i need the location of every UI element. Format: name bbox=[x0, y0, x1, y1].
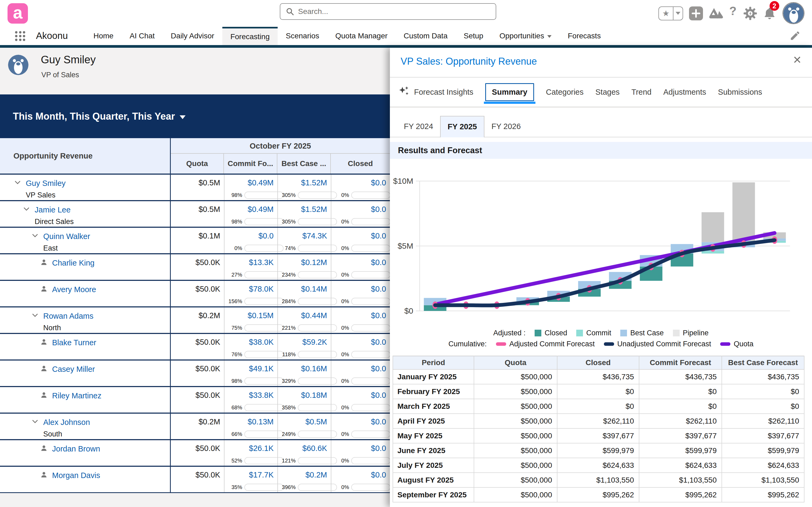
commit-forecast-cell-value[interactable]: $0.0 bbox=[224, 228, 277, 240]
help-icon[interactable]: ? bbox=[729, 4, 737, 18]
chevron-down-icon[interactable] bbox=[14, 179, 23, 200]
nav-tab-scenarios[interactable]: Scenarios bbox=[277, 27, 327, 45]
closed-cell-value[interactable]: $0.0 bbox=[332, 440, 390, 453]
closed-cell-value[interactable]: $0.0 bbox=[332, 307, 390, 320]
best-case-cell-value[interactable]: $0.18M bbox=[278, 387, 331, 400]
trailhead-icon[interactable] bbox=[708, 6, 724, 21]
member-name-link[interactable]: Jamie Lee bbox=[35, 206, 74, 214]
nav-tab-home[interactable]: Home bbox=[85, 27, 122, 45]
add-button[interactable] bbox=[689, 6, 703, 20]
best-case-cell-value[interactable]: $59.2K bbox=[278, 334, 331, 347]
best-case-cell-value[interactable]: $60.6K bbox=[278, 440, 331, 453]
nav-tab-daily-advisor[interactable]: Daily Advisor bbox=[163, 27, 222, 45]
column-header-commit-fo-[interactable]: Commit Fo... bbox=[223, 154, 277, 174]
attainment-percent-label: 358% bbox=[280, 404, 296, 411]
commit-forecast-cell-value[interactable]: $78.0K bbox=[224, 281, 277, 293]
member-name-link[interactable]: Casey Miller bbox=[52, 365, 95, 374]
best-case-cell-value[interactable]: $0.12M bbox=[278, 254, 331, 267]
closed-cell-value[interactable]: $0.0 bbox=[332, 228, 390, 240]
best-case-cell-value[interactable]: $0.14M bbox=[278, 281, 331, 293]
search-input[interactable]: Search... bbox=[280, 3, 496, 20]
nav-tab-forecasts[interactable]: Forecasts bbox=[560, 27, 609, 45]
closed-cell: $0.00% bbox=[331, 467, 390, 492]
edit-nav-pencil-icon[interactable] bbox=[790, 30, 801, 42]
nav-tab-custom-data[interactable]: Custom Data bbox=[396, 27, 455, 45]
close-icon[interactable]: × bbox=[793, 52, 801, 68]
setup-gear-icon[interactable] bbox=[743, 6, 757, 21]
favorites-button[interactable]: ★ bbox=[658, 6, 683, 20]
commit-forecast-cell-value[interactable]: $0.13M bbox=[224, 414, 277, 426]
year-tab-fy-2024[interactable]: FY 2024 bbox=[397, 116, 440, 137]
column-header-closed[interactable]: Closed bbox=[330, 154, 390, 174]
member-name-link[interactable]: Riley Martinez bbox=[52, 391, 101, 400]
closed-cell-value[interactable]: $0.0 bbox=[332, 201, 390, 214]
period-selector[interactable]: This Month, This Quarter, This Year bbox=[0, 95, 390, 138]
chart-legend: Adjusted :ClosedCommitBest CasePipeline … bbox=[390, 329, 812, 353]
commit-forecast-cell-value[interactable]: $26.1K bbox=[224, 440, 277, 453]
legend-item-best-case: Best Case bbox=[620, 329, 664, 337]
best-case-cell-value[interactable]: $0.44M bbox=[278, 307, 331, 320]
panel-tab-submissions[interactable]: Submissions bbox=[718, 88, 762, 97]
member-name-link[interactable]: Rowan Adams bbox=[43, 312, 93, 321]
panel-tab-categories[interactable]: Categories bbox=[546, 88, 583, 97]
best-case-cell-value[interactable]: $74.3K bbox=[278, 228, 331, 240]
panel-tab-label: Forecast Insights bbox=[414, 88, 473, 97]
chevron-down-icon[interactable] bbox=[32, 312, 41, 333]
chevron-down-icon[interactable] bbox=[32, 232, 41, 253]
member-name-link[interactable]: Blake Turner bbox=[52, 338, 96, 347]
user-avatar[interactable] bbox=[782, 2, 805, 24]
best-case-cell-value[interactable]: $0.5M bbox=[278, 414, 331, 426]
nav-tab-setup[interactable]: Setup bbox=[456, 27, 491, 45]
member-name-link[interactable]: Morgan Davis bbox=[52, 471, 100, 480]
closed-cell-value[interactable]: $0.0 bbox=[332, 334, 390, 347]
commit-forecast-cell-value[interactable]: $0.49M bbox=[224, 175, 277, 187]
closed-cell-value[interactable]: $0.0 bbox=[332, 387, 390, 400]
nav-tab-forecasting[interactable]: Forecasting bbox=[222, 27, 277, 45]
member-name-link[interactable]: Quinn Walker bbox=[43, 232, 90, 241]
commit-forecast-cell-value[interactable]: $38.0K bbox=[224, 334, 277, 347]
nav-tab-ai-chat[interactable]: AI Chat bbox=[122, 27, 163, 45]
best-case-cell: $0.44M221% bbox=[277, 307, 331, 333]
column-header-quota[interactable]: Quota bbox=[171, 154, 223, 174]
chevron-down-icon[interactable] bbox=[23, 206, 33, 227]
best-case-cell-value[interactable]: $0.16M bbox=[278, 360, 331, 373]
panel-tab-trend[interactable]: Trend bbox=[631, 88, 652, 97]
panel-tab-adjustments[interactable]: Adjustments bbox=[663, 88, 706, 97]
closed-cell-value[interactable]: $0.0 bbox=[332, 360, 390, 373]
closed-cell-value[interactable]: $0.0 bbox=[332, 254, 390, 267]
member-name-link[interactable]: Alex Johnson bbox=[43, 418, 90, 427]
commit-forecast-cell-value[interactable]: $49.1K bbox=[224, 360, 277, 373]
chevron-down-icon[interactable] bbox=[32, 418, 41, 439]
closed-cell-value[interactable]: $0.0 bbox=[332, 414, 390, 426]
closed-cell-value[interactable]: $0.0 bbox=[332, 175, 390, 187]
commit-forecast-cell-value[interactable]: $13.3K bbox=[224, 254, 277, 267]
commit-forecast-cell-value[interactable]: $17.7K bbox=[224, 467, 277, 480]
value-cell: $624,633 bbox=[557, 458, 639, 473]
best-case-cell-value[interactable]: $0.2M bbox=[278, 467, 331, 480]
akoonu-logo-icon[interactable]: a bbox=[7, 3, 28, 23]
closed-cell-value[interactable]: $0.0 bbox=[332, 281, 390, 293]
commit-forecast-cell-value[interactable]: $0.49M bbox=[224, 201, 277, 214]
closed-cell-value[interactable]: $0.0 bbox=[332, 467, 390, 480]
nav-tab-opportunities[interactable]: Opportunities bbox=[491, 27, 560, 45]
commit-forecast-cell-value[interactable]: $33.8K bbox=[224, 387, 277, 400]
best-case-cell-value[interactable]: $1.52M bbox=[278, 201, 331, 214]
panel-tab-forecast-insights[interactable]: Forecast Insights bbox=[398, 85, 473, 99]
nav-tab-quota-manager[interactable]: Quota Manager bbox=[327, 27, 396, 45]
column-subheaders: QuotaCommit Fo...Best Case ...Closed bbox=[171, 154, 390, 174]
app-launcher-waffle-icon[interactable] bbox=[15, 31, 26, 41]
member-name-link[interactable]: Charlie King bbox=[52, 259, 95, 268]
member-name-link[interactable]: Avery Moore bbox=[52, 285, 96, 294]
fiscal-year-tabs: FY 2024FY 2025FY 2026 bbox=[390, 107, 812, 137]
column-header-best-case-[interactable]: Best Case ... bbox=[277, 154, 330, 174]
member-name-link[interactable]: Guy Smiley bbox=[26, 179, 65, 188]
year-tab-fy-2025[interactable]: FY 2025 bbox=[440, 116, 485, 137]
favorites-star-icon[interactable]: ★ bbox=[659, 7, 673, 20]
best-case-cell-value[interactable]: $1.52M bbox=[278, 175, 331, 187]
panel-tab-summary[interactable]: Summary bbox=[485, 83, 534, 101]
year-tab-fy-2026[interactable]: FY 2026 bbox=[485, 116, 528, 137]
member-name-link[interactable]: Jordan Brown bbox=[52, 445, 100, 453]
favorites-dropdown-icon[interactable] bbox=[673, 11, 682, 16]
panel-tab-stages[interactable]: Stages bbox=[595, 88, 619, 97]
commit-forecast-cell-value[interactable]: $0.15M bbox=[224, 307, 277, 320]
